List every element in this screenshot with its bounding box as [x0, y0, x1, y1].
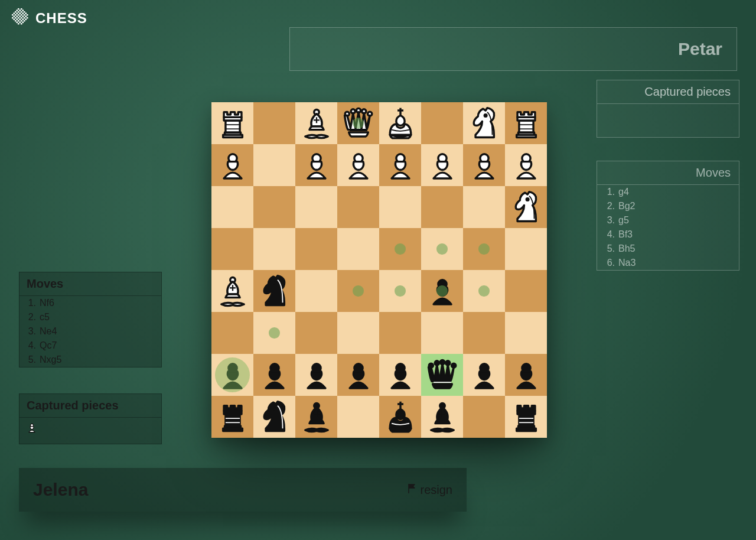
square-h7[interactable]	[211, 354, 253, 396]
square-a3[interactable]	[505, 186, 547, 228]
black-pawn-icon[interactable]	[340, 356, 377, 394]
square-h5[interactable]	[211, 270, 253, 312]
square-e8[interactable]	[337, 396, 379, 438]
black-bishop-icon[interactable]	[298, 398, 335, 436]
square-b2[interactable]	[463, 144, 505, 186]
square-e1[interactable]	[337, 102, 379, 144]
svg-point-69	[526, 198, 529, 200]
white-knight-icon[interactable]	[465, 105, 503, 142]
black-pawn-icon[interactable]	[465, 356, 503, 394]
square-g8[interactable]	[253, 396, 295, 438]
square-h2[interactable]	[211, 144, 253, 186]
chess-board[interactable]	[211, 102, 547, 438]
square-c2[interactable]	[421, 144, 463, 186]
square-g2[interactable]	[253, 144, 295, 186]
square-e5[interactable]	[337, 270, 379, 312]
square-g5[interactable]	[253, 270, 295, 312]
black-rook-icon[interactable]	[214, 398, 252, 436]
square-c7[interactable]	[421, 354, 463, 396]
square-c3[interactable]	[421, 186, 463, 228]
white-pawn-icon[interactable]	[340, 147, 377, 184]
black-bishop-icon[interactable]	[423, 398, 461, 436]
black-queen-icon[interactable]	[423, 356, 461, 394]
square-f3[interactable]	[295, 186, 337, 228]
white-pawn-icon[interactable]	[298, 147, 335, 184]
square-e2[interactable]	[337, 144, 379, 186]
square-c1[interactable]	[421, 102, 463, 144]
square-g1[interactable]	[253, 102, 295, 144]
svg-point-90	[275, 408, 277, 410]
square-e7[interactable]	[337, 354, 379, 396]
square-b8[interactable]	[463, 396, 505, 438]
square-e6[interactable]	[337, 312, 379, 354]
square-g7[interactable]	[253, 354, 295, 396]
square-f4[interactable]	[295, 228, 337, 270]
square-h3[interactable]	[211, 186, 253, 228]
square-f8[interactable]	[295, 396, 337, 438]
black-pawn-icon[interactable]	[214, 356, 252, 394]
white-pawn-icon[interactable]	[214, 147, 252, 184]
square-a5[interactable]	[505, 270, 547, 312]
white-rook-icon[interactable]	[214, 105, 252, 142]
square-a1[interactable]	[505, 102, 547, 144]
square-c4[interactable]	[421, 228, 463, 270]
resign-button[interactable]: resign	[406, 483, 452, 497]
square-f7[interactable]	[295, 354, 337, 396]
white-pawn-icon[interactable]	[465, 147, 503, 184]
square-f1[interactable]	[295, 102, 337, 144]
black-king-icon[interactable]	[382, 398, 419, 436]
square-b6[interactable]	[463, 312, 505, 354]
square-g4[interactable]	[253, 228, 295, 270]
square-d1[interactable]	[379, 102, 421, 144]
square-c8[interactable]	[421, 396, 463, 438]
square-c5[interactable]	[421, 270, 463, 312]
black-pawn-icon[interactable]	[382, 356, 419, 394]
black-pawn-icon[interactable]	[507, 356, 545, 394]
square-b3[interactable]	[463, 186, 505, 228]
square-d6[interactable]	[379, 312, 421, 354]
square-g3[interactable]	[253, 186, 295, 228]
square-a6[interactable]	[505, 312, 547, 354]
svg-rect-21	[17, 16, 18, 18]
square-c6[interactable]	[421, 312, 463, 354]
square-b5[interactable]	[463, 270, 505, 312]
square-f5[interactable]	[295, 270, 337, 312]
square-e3[interactable]	[337, 186, 379, 228]
square-a7[interactable]	[505, 354, 547, 396]
white-bishop-icon[interactable]	[214, 272, 252, 310]
black-pawn-icon[interactable]	[298, 356, 335, 394]
square-b1[interactable]	[463, 102, 505, 144]
square-g6[interactable]	[253, 312, 295, 354]
square-d7[interactable]	[379, 354, 421, 396]
square-f6[interactable]	[295, 312, 337, 354]
square-h1[interactable]	[211, 102, 253, 144]
white-rook-icon[interactable]	[507, 105, 545, 142]
square-f2[interactable]	[295, 144, 337, 186]
black-knight-icon[interactable]	[256, 272, 294, 310]
square-d3[interactable]	[379, 186, 421, 228]
white-pawn-icon[interactable]	[423, 147, 461, 184]
move-row: 1.g4	[597, 185, 739, 199]
square-d8[interactable]	[379, 396, 421, 438]
square-d5[interactable]	[379, 270, 421, 312]
white-bishop-icon[interactable]	[298, 105, 335, 142]
black-rook-icon[interactable]	[507, 398, 545, 436]
square-d2[interactable]	[379, 144, 421, 186]
square-h6[interactable]	[211, 312, 253, 354]
square-h8[interactable]	[211, 396, 253, 438]
black-pawn-icon[interactable]	[256, 356, 294, 394]
square-d4[interactable]	[379, 228, 421, 270]
square-a8[interactable]	[505, 396, 547, 438]
white-king-icon[interactable]	[382, 105, 419, 142]
white-pawn-icon[interactable]	[507, 147, 545, 184]
svg-rect-14	[12, 14, 14, 16]
square-a4[interactable]	[505, 228, 547, 270]
square-a2[interactable]	[505, 144, 547, 186]
square-b7[interactable]	[463, 354, 505, 396]
square-e4[interactable]	[337, 228, 379, 270]
white-knight-icon[interactable]	[507, 188, 545, 226]
white-pawn-icon[interactable]	[382, 147, 419, 184]
square-b4[interactable]	[463, 228, 505, 270]
square-h4[interactable]	[211, 228, 253, 270]
black-knight-icon[interactable]	[256, 398, 294, 436]
